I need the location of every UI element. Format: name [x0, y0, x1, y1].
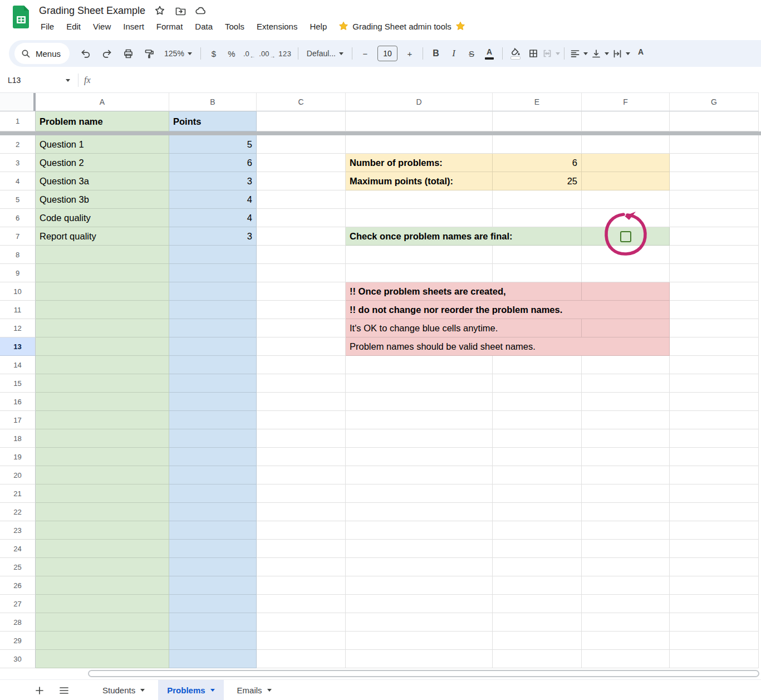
cell-g25[interactable]	[670, 558, 759, 576]
cell-d21[interactable]	[346, 484, 493, 503]
cell-a24[interactable]	[36, 540, 169, 558]
format-percent-button[interactable]: %	[223, 44, 240, 63]
cell-c26[interactable]	[257, 576, 346, 595]
row-header-13[interactable]: 13	[0, 337, 36, 356]
menu-help[interactable]: Help	[303, 19, 333, 34]
cell-e5[interactable]	[493, 190, 582, 209]
cell-f12[interactable]	[582, 319, 670, 337]
row-header-10[interactable]: 10	[0, 282, 36, 301]
cell-b9[interactable]	[169, 264, 257, 282]
column-header-f[interactable]: F	[582, 92, 670, 111]
cell-e16[interactable]	[493, 393, 582, 411]
cell-f26[interactable]	[582, 576, 670, 595]
document-title[interactable]: Grading Sheet Example	[39, 5, 145, 17]
row-header-24[interactable]: 24	[0, 540, 36, 558]
cell-b18[interactable]	[169, 429, 257, 448]
cell-e27[interactable]	[493, 595, 582, 613]
cell-b19[interactable]	[169, 448, 257, 466]
cell-d19[interactable]	[346, 448, 493, 466]
cell-f3[interactable]	[582, 154, 670, 172]
column-header-b[interactable]: B	[169, 92, 257, 111]
cell-d8[interactable]	[346, 246, 493, 264]
menu-data[interactable]: Data	[189, 19, 219, 34]
cell-c2[interactable]	[257, 135, 346, 154]
cell-g11[interactable]	[670, 301, 759, 319]
cell-d25[interactable]	[346, 558, 493, 576]
cell-d2[interactable]	[346, 135, 493, 154]
cell-c16[interactable]	[257, 393, 346, 411]
row-header-28[interactable]: 28	[0, 613, 36, 632]
cell-g28[interactable]	[670, 613, 759, 632]
row-header-4[interactable]: 4	[0, 172, 36, 190]
cell-a22[interactable]	[36, 503, 169, 521]
row-header-6[interactable]: 6	[0, 209, 36, 227]
cell-a17[interactable]	[36, 411, 169, 429]
cell-d16[interactable]	[346, 393, 493, 411]
cell-c4[interactable]	[257, 172, 346, 190]
cell-g6[interactable]	[670, 209, 759, 227]
cell-f23[interactable]	[582, 521, 670, 540]
cell-g8[interactable]	[670, 246, 759, 264]
cell-a25[interactable]	[36, 558, 169, 576]
cell-c5[interactable]	[257, 190, 346, 209]
cell-d22[interactable]	[346, 503, 493, 521]
cell-f16[interactable]	[582, 393, 670, 411]
cell-e28[interactable]	[493, 613, 582, 632]
cell-e17[interactable]	[493, 411, 582, 429]
cell-d24[interactable]	[346, 540, 493, 558]
horizontal-scrollbar[interactable]	[0, 668, 761, 679]
row-header-27[interactable]: 27	[0, 595, 36, 613]
italic-button[interactable]: I	[445, 44, 463, 63]
move-folder-icon[interactable]	[174, 4, 186, 17]
cell-c18[interactable]	[257, 429, 346, 448]
column-header-d[interactable]: D	[346, 92, 493, 111]
cell-g22[interactable]	[670, 503, 759, 521]
cell-g4[interactable]	[670, 172, 759, 190]
cell-g21[interactable]	[670, 484, 759, 503]
menu-extensions[interactable]: Extensions	[251, 19, 303, 34]
menus-search-button[interactable]: Menus	[14, 43, 70, 64]
cell-e25[interactable]	[493, 558, 582, 576]
cell-g10[interactable]	[670, 282, 759, 301]
cell-a21[interactable]	[36, 484, 169, 503]
row-header-23[interactable]: 23	[0, 521, 36, 540]
more-formats-button[interactable]: 123	[276, 44, 294, 63]
cell-c1[interactable]	[257, 111, 346, 131]
fill-color-button[interactable]	[507, 44, 524, 63]
cell-c21[interactable]	[257, 484, 346, 503]
cell-f11[interactable]	[582, 301, 670, 319]
cell-g5[interactable]	[670, 190, 759, 209]
cell-c25[interactable]	[257, 558, 346, 576]
cell-d1[interactable]	[346, 111, 493, 131]
cell-e23[interactable]	[493, 521, 582, 540]
cell-c7[interactable]	[257, 227, 346, 246]
cell-c23[interactable]	[257, 521, 346, 540]
row-header-21[interactable]: 21	[0, 484, 36, 503]
cell-e21[interactable]	[493, 484, 582, 503]
cell-g9[interactable]	[670, 264, 759, 282]
cell-b24[interactable]	[169, 540, 257, 558]
cell-c3[interactable]	[257, 154, 346, 172]
cell-b23[interactable]	[169, 521, 257, 540]
row-header-16[interactable]: 16	[0, 393, 36, 411]
cell-a30[interactable]	[36, 650, 169, 668]
cell-d15[interactable]	[346, 374, 493, 393]
bold-button[interactable]: B	[427, 44, 445, 63]
borders-button[interactable]	[524, 44, 542, 63]
cell-d29[interactable]	[346, 632, 493, 650]
cell-e14[interactable]	[493, 356, 582, 374]
name-box[interactable]: L13	[0, 76, 70, 85]
cell-c22[interactable]	[257, 503, 346, 521]
cell-b8[interactable]	[169, 246, 257, 264]
cell-b21[interactable]	[169, 484, 257, 503]
cell-e1[interactable]	[493, 111, 582, 131]
sheet-tab-emails[interactable]: Emails	[228, 680, 281, 700]
cell-e26[interactable]	[493, 576, 582, 595]
cell-f30[interactable]	[582, 650, 670, 668]
cell-g15[interactable]	[670, 374, 759, 393]
cell-d18[interactable]	[346, 429, 493, 448]
cell-c15[interactable]	[257, 374, 346, 393]
column-header-e[interactable]: E	[493, 92, 582, 111]
menu-file[interactable]: File	[35, 19, 60, 34]
cell-b16[interactable]	[169, 393, 257, 411]
